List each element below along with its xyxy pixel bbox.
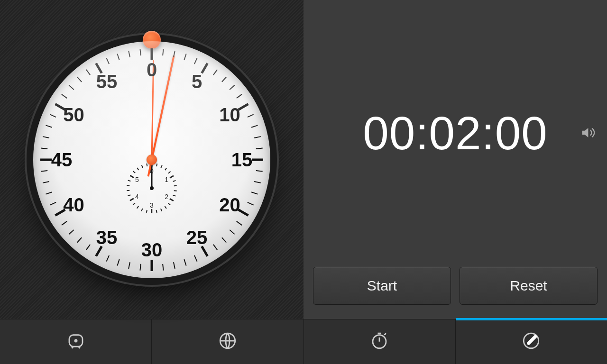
time-display-wrap: 00:02:00 <box>304 0 607 267</box>
dial-number: 5 <box>197 82 207 103</box>
dial-number: 20 <box>230 205 251 226</box>
dial-number: 55 <box>107 82 128 103</box>
svg-point-1 <box>75 340 77 342</box>
subdial-number: 0 <box>152 171 156 179</box>
stopwatch-panel: 012345 0510152025303540455055 <box>0 0 304 319</box>
timer-panel: 00:02:00 Start Reset <box>304 0 607 319</box>
subdial-number: 2 <box>166 197 170 204</box>
timer-buttons: Start Reset <box>304 267 607 319</box>
subdial-number: 4 <box>137 197 141 204</box>
start-button[interactable]: Start <box>313 267 451 305</box>
stopwatch-crown[interactable] <box>143 31 161 49</box>
globe-icon <box>218 331 238 353</box>
dial-number: 10 <box>230 115 251 136</box>
clock-app: 012345 0510152025303540455055 00:02:00 S <box>0 0 607 364</box>
subdial-tick <box>151 184 152 188</box>
subdial-number: 5 <box>137 180 141 187</box>
dial-number: 45 <box>62 160 83 181</box>
subdial-number: 3 <box>152 205 156 213</box>
dial-number: 25 <box>197 237 218 259</box>
main-panels: 012345 0510152025303540455055 00:02:00 S <box>0 0 607 319</box>
subdial-number: 1 <box>166 180 170 187</box>
speaker-icon[interactable] <box>579 125 596 143</box>
dial-number: 30 <box>152 250 173 271</box>
tab-world-clock[interactable] <box>152 319 304 364</box>
dial-number: 40 <box>74 205 95 226</box>
tab-timer[interactable] <box>456 319 607 364</box>
dial-number: 35 <box>107 237 128 259</box>
time-display[interactable]: 00:02:00 <box>363 107 547 160</box>
dial-number: 15 <box>242 160 263 181</box>
dial-number: 50 <box>74 115 95 136</box>
tab-stopwatch[interactable] <box>304 319 456 364</box>
stopwatch-dial[interactable]: 012345 0510152025303540455055 <box>33 41 270 278</box>
tab-alarm[interactable] <box>0 319 152 364</box>
stopwatch-icon <box>369 331 389 353</box>
subdial-tick <box>152 188 153 191</box>
tab-bar <box>0 319 607 364</box>
dial-number: 0 <box>152 70 162 91</box>
alarm-clock-icon <box>66 331 86 353</box>
timer-icon <box>521 331 541 353</box>
reset-button[interactable]: Reset <box>460 267 598 305</box>
